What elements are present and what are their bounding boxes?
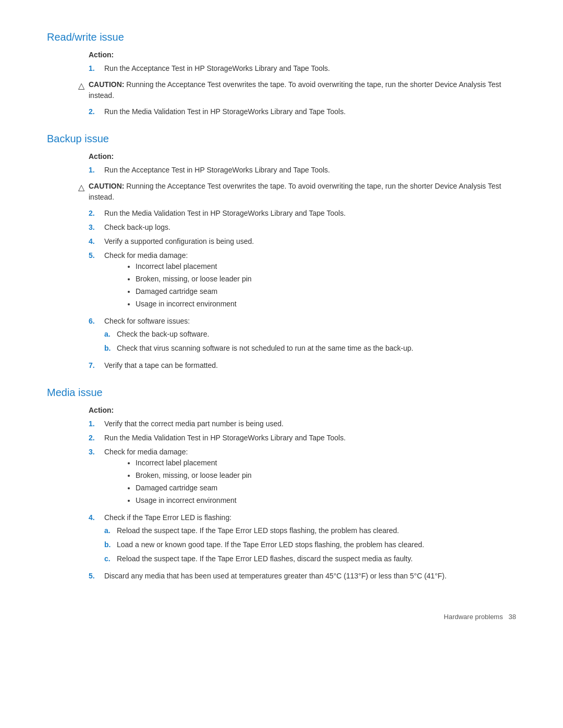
page-content: Read/write issue Action: Run the Accepta… [47,31,516,621]
action-label-backup: Action: [89,152,516,161]
caution-backup: △ CAUTION: Running the Acceptance Test o… [78,181,516,203]
step-2-read-write: Run the Media Validation Test in HP Stor… [89,106,516,117]
section-title-read-write: Read/write issue [47,31,516,43]
step-2-backup: Run the Media Validation Test in HP Stor… [89,208,516,219]
step-1-media: Verify that the correct media part numbe… [89,418,516,429]
action-label-read-write: Action: [89,51,516,59]
section-title-media: Media issue [47,387,516,399]
bullet-item: Incorrect label placement [136,458,252,468]
step-5-backup: Check for media damage: Incorrect label … [89,250,516,313]
step-2-media: Run the Media Validation Test in HP Stor… [89,433,516,443]
caution-text-read-write: CAUTION: Running the Acceptance Test ove… [89,79,516,101]
software-issues-list: a. Check the back-up software. b. Check … [104,329,413,354]
section-backup: Backup issue Action: Run the Acceptance … [47,133,516,371]
media-damage-bullets-backup: Incorrect label placement Broken, missin… [136,261,252,310]
bullet-item: Broken, missing, or loose leader pin [136,274,252,285]
bullet-item: Damaged cartridge seam [136,483,252,493]
section-read-write: Read/write issue Action: Run the Accepta… [47,31,516,117]
step-4-media: Check if the Tape Error LED is flashing:… [89,512,516,567]
tape-error-list: a. Reload the suspect tape. If the Tape … [104,525,424,564]
caution-icon: △ [78,80,84,92]
action-label-media: Action: [89,406,516,414]
steps-list-backup-2: Run the Media Validation Test in HP Stor… [89,208,516,371]
sub-step-c-media: c. Reload the suspect tape. If the Tape … [104,553,424,564]
steps-list-backup-1: Run the Acceptance Test in HP StorageWor… [89,165,516,176]
caution-read-write: △ CAUTION: Running the Acceptance Test o… [78,79,516,101]
section-media: Media issue Action: Verify that the corr… [47,387,516,582]
media-damage-bullets-media: Incorrect label placement Broken, missin… [136,458,252,506]
step-5-media: Discard any media that has been used at … [89,571,516,582]
bullet-item: Broken, missing, or loose leader pin [136,470,252,481]
step-3-backup: Check back-up logs. [89,222,516,233]
caution-icon-backup: △ [78,181,84,194]
steps-list2-read-write: Run the Media Validation Test in HP Stor… [89,106,516,117]
bullet-item: Usage in incorrect environment [136,495,252,506]
step-7-backup: Verify that a tape can be formatted. [89,360,516,371]
bullet-item: Damaged cartridge seam [136,286,252,297]
sub-step-a-media: a. Reload the suspect tape. If the Tape … [104,525,424,536]
bullet-item: Incorrect label placement [136,261,252,272]
step-3-media: Check for media damage: Incorrect label … [89,447,516,509]
sub-step-a: a. Check the back-up software. [104,329,413,340]
section-title-backup: Backup issue [47,133,516,145]
steps-list-read-write: Run the Acceptance Test in HP StorageWor… [89,63,516,74]
step-1-read-write: Run the Acceptance Test in HP StorageWor… [89,63,516,74]
caution-text-backup: CAUTION: Running the Acceptance Test ove… [89,181,516,203]
footer-text: Hardware problems 38 [444,613,516,621]
step-1-backup: Run the Acceptance Test in HP StorageWor… [89,165,516,176]
bullet-item: Usage in incorrect environment [136,299,252,310]
sub-step-b: b. Check that virus scanning software is… [104,343,413,354]
page-footer: Hardware problems 38 [47,613,516,621]
step-6-backup: Check for software issues: a. Check the … [89,316,516,357]
steps-list-media: Verify that the correct media part numbe… [89,418,516,582]
sub-step-b-media: b. Load a new or known good tape. If the… [104,539,424,550]
step-4-backup: Verify a supported configuration is bein… [89,236,516,247]
